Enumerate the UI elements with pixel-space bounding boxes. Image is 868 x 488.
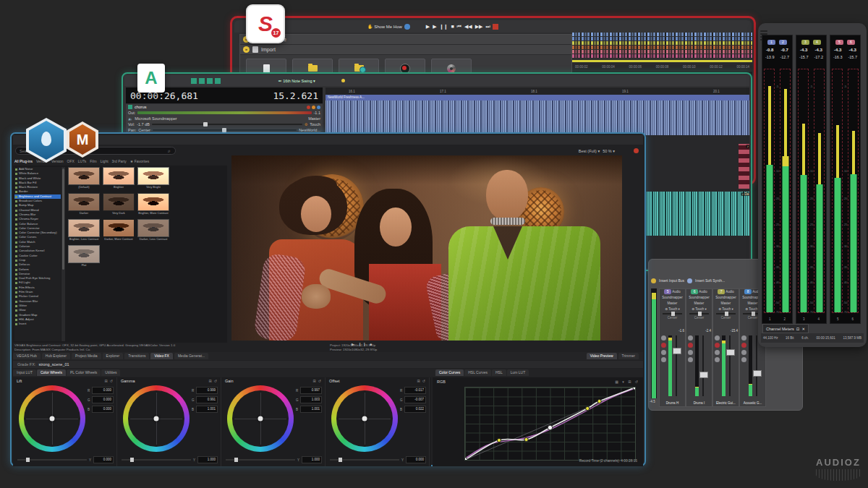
curve-point[interactable] xyxy=(586,406,590,410)
channel-waveform-row[interactable] xyxy=(572,50,752,53)
link-icon[interactable]: ⊞ xyxy=(209,379,212,383)
fader-handle[interactable] xyxy=(673,348,681,354)
preset-image[interactable] xyxy=(68,219,100,237)
mute-button[interactable] xyxy=(741,350,746,355)
reset-icon[interactable]: ↺ xyxy=(318,379,321,383)
preset-thumbnail[interactable]: Darker, More Contrast xyxy=(103,219,135,241)
preset-image[interactable] xyxy=(68,167,100,185)
browser-tab[interactable]: Transitions xyxy=(124,353,149,359)
transport-button[interactable]: ⏮ xyxy=(457,24,461,30)
project-settings-icon[interactable] xyxy=(555,148,560,153)
toolbar-icon[interactable] xyxy=(318,78,323,84)
bus-selector[interactable]: Master xyxy=(713,301,739,307)
fx-button[interactable] xyxy=(317,106,320,109)
fx-button[interactable] xyxy=(741,335,746,341)
transport-button[interactable]: ▶ xyxy=(426,24,430,30)
transport-button[interactable]: ◀◀ xyxy=(464,24,472,30)
fader-track[interactable] xyxy=(676,335,677,396)
y-value[interactable]: 1.000 xyxy=(197,456,218,463)
pan-thumb[interactable] xyxy=(671,312,675,316)
groove-selector[interactable]: ✏ 16th Note Swing ▾ xyxy=(278,79,315,83)
grab-frame-icon[interactable] xyxy=(571,148,576,153)
chevron-icon[interactable]: » xyxy=(243,46,250,53)
category-tab[interactable]: OFX xyxy=(67,159,75,163)
preset-image[interactable] xyxy=(68,193,100,211)
pan-slider[interactable] xyxy=(689,313,709,314)
reset-icon[interactable]: ↺ xyxy=(214,379,217,383)
luma-slider[interactable] xyxy=(122,459,191,461)
link-icon[interactable]: ⊞ xyxy=(105,379,108,383)
preview-transport[interactable]: ▶ ❙❙ ■ xyxy=(352,342,373,346)
preset-thumbnail[interactable]: Darker, Less Contrast xyxy=(137,219,169,241)
grading-tab[interactable]: Color Wheels xyxy=(37,369,66,376)
loop-region-bar[interactable] xyxy=(572,60,752,62)
solo-button[interactable] xyxy=(741,357,746,362)
curves-tab[interactable]: Lum LUT xyxy=(507,369,529,376)
browser-tab[interactable]: Hub Explorer xyxy=(42,353,70,359)
preset-image[interactable] xyxy=(68,245,100,263)
toolbar-icon[interactable] xyxy=(341,24,346,30)
multichannel-waveforms[interactable] xyxy=(572,33,752,58)
pan-slider[interactable] xyxy=(663,313,682,314)
beat-ruler[interactable]: 16.117.118.119.120.1 xyxy=(326,87,749,95)
browser-tab[interactable]: VEGAS Hub xyxy=(13,353,41,359)
automation-mode[interactable]: Touch xyxy=(310,122,320,127)
category-tab[interactable]: All Plug-ins xyxy=(14,159,33,163)
link-icon[interactable]: ⊞ xyxy=(313,379,316,383)
preset-thumbnail[interactable]: Very Bright xyxy=(137,167,169,189)
field-value[interactable]: 1.001 xyxy=(196,406,218,413)
category-tab[interactable]: LUTs xyxy=(78,159,86,163)
field-value[interactable]: 0.000 xyxy=(92,387,114,394)
bus-selector[interactable]: Master xyxy=(686,301,712,307)
category-tab[interactable]: Film xyxy=(90,159,96,163)
browser-tab[interactable]: Explorer xyxy=(103,353,124,359)
toolbar-icon[interactable] xyxy=(231,78,237,84)
preset-image[interactable] xyxy=(103,193,135,211)
preview-tab[interactable]: Trimmer xyxy=(618,353,639,359)
toolbar-icon[interactable] xyxy=(183,78,189,84)
plugin-item[interactable]: Invert xyxy=(14,322,61,326)
y-value[interactable]: 0.000 xyxy=(93,456,114,463)
toolbar-icon[interactable] xyxy=(237,24,243,30)
clip-waveform[interactable] xyxy=(326,100,749,135)
field-value[interactable]: 0.997 xyxy=(300,387,322,394)
time-ruler[interactable]: 00:00:0200:00:0400:00:0600:00:0800:00:10… xyxy=(572,63,752,71)
curve-point[interactable] xyxy=(597,399,601,403)
pan-thumb[interactable] xyxy=(698,312,702,316)
toolbar-icon[interactable] xyxy=(247,78,252,84)
slider-thumb[interactable] xyxy=(234,458,238,462)
category-tab[interactable]: 3rd Party xyxy=(112,159,127,163)
solo-button[interactable] xyxy=(312,106,315,109)
mixer-strip[interactable]: 7 AudioSoundmapperMaster⚙ Touch ▾Center-… xyxy=(712,288,739,407)
field-value[interactable]: 0.000 xyxy=(92,406,114,413)
color-wheel[interactable] xyxy=(331,385,398,452)
fx-button[interactable] xyxy=(715,335,720,341)
pan-thumb[interactable] xyxy=(725,312,728,316)
rec-button[interactable] xyxy=(715,343,720,348)
grading-tab[interactable]: Utilities xyxy=(101,369,120,376)
solo-button[interactable] xyxy=(715,357,720,362)
toolbar-icon[interactable] xyxy=(357,24,362,30)
link-icon[interactable]: ⊞ xyxy=(417,379,420,383)
luma-slider[interactable] xyxy=(226,459,295,461)
category-tab[interactable]: Version xyxy=(51,159,64,163)
field-value[interactable]: 0.999 xyxy=(196,387,218,394)
field-value[interactable]: 0.000 xyxy=(92,396,114,403)
toolbar-icon[interactable] xyxy=(207,78,213,84)
transport-button[interactable]: ❙❙ xyxy=(440,24,448,30)
pan-slider[interactable] xyxy=(716,313,736,314)
toolbar-icon[interactable] xyxy=(255,78,260,84)
channel-waveform-row[interactable] xyxy=(572,54,752,58)
device-selector[interactable]: Microsoft Soundmapper xyxy=(135,116,176,121)
channel-waveform-row[interactable] xyxy=(572,37,752,40)
fx-button[interactable] xyxy=(661,335,666,341)
y-value[interactable]: 1.000 xyxy=(302,456,322,463)
toolbar-icon[interactable] xyxy=(167,78,173,84)
color-wheel[interactable] xyxy=(227,385,294,452)
audio-clip-red[interactable]: ♪ xyxy=(739,144,749,189)
toolbar-icon[interactable] xyxy=(309,24,315,30)
curves-tab[interactable]: HSL Curves xyxy=(464,369,491,376)
pin-icon[interactable]: ⊡ xyxy=(796,327,800,331)
channel-waveform-row[interactable] xyxy=(572,41,752,45)
category-tab[interactable]: ★ Favorites xyxy=(130,159,149,163)
